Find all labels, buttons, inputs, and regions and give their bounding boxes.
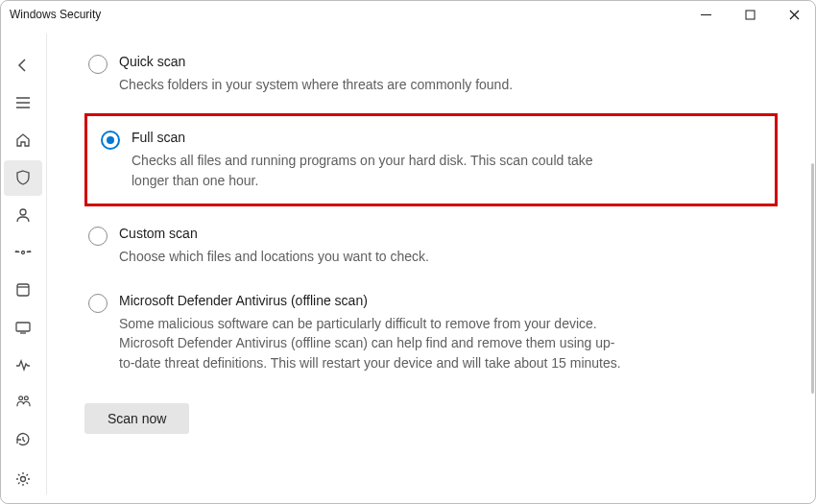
svg-rect-4 (16, 323, 30, 331)
sidebar (0, 29, 46, 504)
nav-app-browser[interactable] (4, 273, 42, 308)
shield-icon (14, 169, 32, 186)
window-controls (684, 0, 816, 29)
content-area: Quick scan Checks folders in your system… (46, 29, 816, 504)
maximize-button[interactable] (728, 0, 772, 29)
option-offline-scan[interactable]: Microsoft Defender Antivirus (offline sc… (84, 285, 778, 380)
option-custom-scan[interactable]: Custom scan Choose which files and locat… (84, 218, 778, 274)
titlebar: Windows Security (0, 0, 816, 29)
option-desc: Checks all files and running programs on… (132, 151, 621, 190)
svg-rect-0 (746, 11, 755, 19)
radio-quick-scan[interactable] (88, 55, 108, 74)
menu-button[interactable] (4, 85, 42, 121)
svg-rect-3 (17, 284, 29, 296)
minimize-button[interactable] (684, 0, 728, 29)
svg-point-1 (20, 209, 26, 215)
scrollbar[interactable] (811, 163, 814, 394)
nav-home[interactable] (4, 123, 42, 158)
radio-full-scan[interactable] (101, 131, 120, 150)
nav-device-performance[interactable] (4, 347, 42, 382)
option-label: Custom scan (119, 226, 630, 241)
option-label: Microsoft Defender Antivirus (offline sc… (119, 293, 630, 308)
window-title: Windows Security (10, 8, 101, 21)
highlight-box: Full scan Checks all files and running p… (84, 113, 778, 206)
option-full-scan[interactable]: Full scan Checks all files and running p… (87, 116, 775, 204)
svg-point-5 (18, 396, 22, 400)
option-desc: Some malicious software can be particula… (119, 314, 630, 372)
nav-history[interactable] (4, 421, 42, 457)
gear-icon (14, 470, 32, 488)
scan-now-button[interactable]: Scan now (84, 403, 189, 434)
nav-virus-protection[interactable] (4, 160, 42, 196)
close-button[interactable] (772, 0, 816, 29)
option-label: Full scan (132, 130, 621, 145)
radio-custom-scan[interactable] (88, 227, 108, 246)
option-quick-scan[interactable]: Quick scan Checks folders in your system… (84, 46, 778, 102)
nav-device-security[interactable] (4, 309, 42, 345)
nav-family[interactable] (4, 384, 42, 420)
svg-point-2 (22, 252, 25, 254)
svg-point-7 (21, 476, 26, 481)
option-desc: Choose which files and locations you wan… (119, 247, 630, 266)
back-button[interactable] (4, 48, 42, 84)
nav-firewall[interactable] (4, 235, 42, 271)
radio-offline-scan[interactable] (88, 294, 108, 313)
option-label: Quick scan (119, 54, 630, 69)
nav-settings[interactable] (4, 461, 42, 496)
option-desc: Checks folders in your system where thre… (119, 75, 630, 94)
nav-account[interactable] (4, 198, 42, 233)
svg-point-6 (24, 396, 28, 400)
